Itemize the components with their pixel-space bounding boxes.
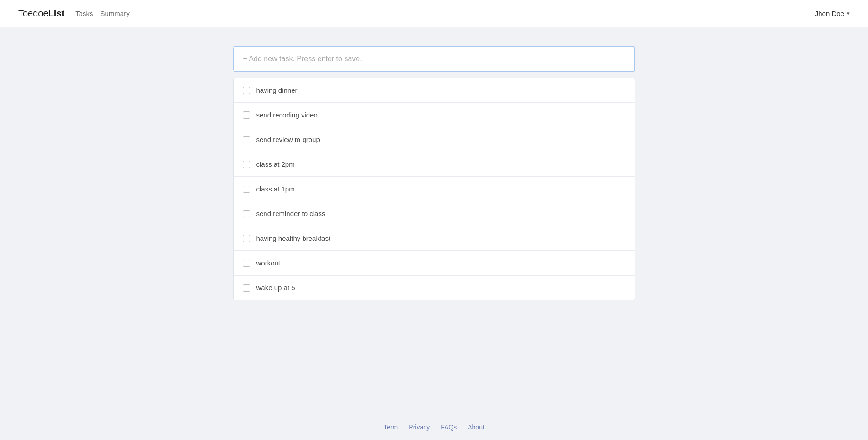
nav-links: Tasks Summary (75, 10, 130, 17)
task-checkbox[interactable] (243, 210, 250, 217)
task-label: send review to group (256, 136, 320, 143)
task-item: workout (234, 251, 635, 276)
task-label: class at 2pm (256, 160, 295, 168)
task-item: send review to group (234, 127, 635, 152)
task-label: class at 1pm (256, 185, 295, 193)
task-label: send recoding video (256, 111, 318, 119)
brand-prefix: Toedoe (18, 8, 48, 18)
footer: TermPrivacyFAQsAbout (0, 414, 868, 440)
footer-link-about[interactable]: About (468, 424, 485, 431)
task-item: class at 2pm (234, 152, 635, 177)
task-item: class at 1pm (234, 177, 635, 201)
task-checkbox[interactable] (243, 161, 250, 168)
task-label: wake up at 5 (256, 284, 295, 292)
task-checkbox[interactable] (243, 87, 250, 94)
task-checkbox[interactable] (243, 235, 250, 242)
brand-logo: ToedoeList (18, 8, 64, 19)
user-menu[interactable]: Jhon Doe ▾ (815, 10, 850, 17)
task-checkbox[interactable] (243, 111, 250, 119)
task-label: having dinner (256, 86, 298, 94)
add-task-input[interactable] (233, 46, 635, 72)
task-container: having dinnersend recoding videosend rev… (233, 46, 635, 300)
footer-link-privacy[interactable]: Privacy (409, 424, 430, 431)
task-checkbox[interactable] (243, 186, 250, 193)
task-checkbox[interactable] (243, 136, 250, 143)
nav-link-summary[interactable]: Summary (101, 10, 130, 17)
nav-link-tasks[interactable]: Tasks (75, 10, 93, 17)
task-list: having dinnersend recoding videosend rev… (233, 78, 635, 300)
task-label: workout (256, 259, 281, 267)
task-item: send reminder to class (234, 201, 635, 226)
task-checkbox[interactable] (243, 284, 250, 292)
user-name: Jhon Doe (815, 10, 844, 17)
footer-link-term[interactable]: Term (383, 424, 398, 431)
task-item: having dinner (234, 78, 635, 103)
task-item: send recoding video (234, 103, 635, 127)
task-label: send reminder to class (256, 210, 325, 217)
navbar-left: ToedoeList Tasks Summary (18, 8, 130, 19)
task-label: having healthy breakfast (256, 234, 331, 242)
task-checkbox[interactable] (243, 260, 250, 267)
brand-suffix: List (48, 8, 65, 18)
task-item: having healthy breakfast (234, 226, 635, 251)
task-item: wake up at 5 (234, 276, 635, 300)
main-content: having dinnersend recoding videosend rev… (0, 27, 868, 414)
chevron-down-icon: ▾ (847, 11, 850, 16)
footer-link-faqs[interactable]: FAQs (441, 424, 457, 431)
navbar: ToedoeList Tasks Summary Jhon Doe ▾ (0, 0, 868, 27)
